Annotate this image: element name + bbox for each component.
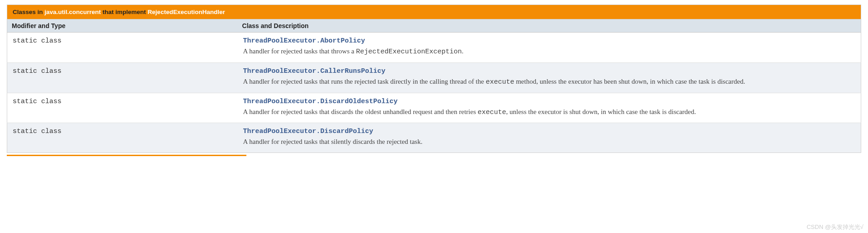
class-description: A handler for rejected tasks that throws… (243, 47, 855, 57)
modifier-cell: static class (7, 62, 238, 93)
modifier-text: static class (13, 98, 61, 105)
bottom-orange-rule (7, 155, 246, 156)
table-row: static class ThreadPoolExecutor.CallerRu… (7, 62, 861, 93)
modifier-cell: static class (7, 33, 238, 63)
class-name-link[interactable]: ThreadPoolExecutor.CallerRunsPolicy (243, 67, 386, 75)
javadoc-table-container: Classes in java.util.concurrent that imp… (0, 0, 868, 156)
modifier-text: static class (13, 67, 61, 75)
code-literal: execute (478, 109, 506, 116)
header-modifier-type: Modifier and Type (7, 19, 238, 33)
class-description-cell: ThreadPoolExecutor.DiscardPolicyA handle… (238, 123, 861, 153)
table-caption: Classes in java.util.concurrent that imp… (7, 5, 861, 19)
modifier-cell: static class (7, 93, 238, 123)
modifier-text: static class (13, 37, 61, 45)
class-description-cell: ThreadPoolExecutor.DiscardOldestPolicyA … (238, 93, 861, 123)
caption-package-link[interactable]: java.util.concurrent (45, 9, 101, 15)
code-literal: RejectedExecutionException (356, 48, 462, 56)
class-description-cell: ThreadPoolExecutor.CallerRunsPolicyA han… (238, 62, 861, 93)
class-description: A handler for rejected tasks that silent… (243, 137, 855, 147)
modifier-cell: static class (7, 123, 238, 153)
class-description: A handler for rejected tasks that discar… (243, 107, 855, 118)
table-row: static class ThreadPoolExecutor.AbortPol… (7, 33, 861, 63)
header-class-description: Class and Description (238, 19, 861, 33)
class-summary-table: Modifier and Type Class and Description … (7, 19, 861, 153)
table-row: static class ThreadPoolExecutor.DiscardO… (7, 93, 861, 123)
class-name-link[interactable]: ThreadPoolExecutor.AbortPolicy (243, 37, 365, 45)
class-name-link[interactable]: ThreadPoolExecutor.DiscardOldestPolicy (243, 98, 398, 105)
code-literal: execute (486, 78, 514, 86)
class-name-link[interactable]: ThreadPoolExecutor.DiscardPolicy (243, 128, 373, 135)
table-header-row: Modifier and Type Class and Description (7, 19, 861, 33)
caption-prefix: Classes in (13, 9, 45, 15)
class-description-cell: ThreadPoolExecutor.AbortPolicyA handler … (238, 33, 861, 63)
caption-interface-link[interactable]: RejectedExecutionHandler (148, 9, 225, 15)
table-row: static class ThreadPoolExecutor.DiscardP… (7, 123, 861, 153)
class-description: A handler for rejected tasks that runs t… (243, 77, 855, 87)
caption-mid: that implement (101, 9, 148, 15)
modifier-text: static class (13, 128, 61, 135)
